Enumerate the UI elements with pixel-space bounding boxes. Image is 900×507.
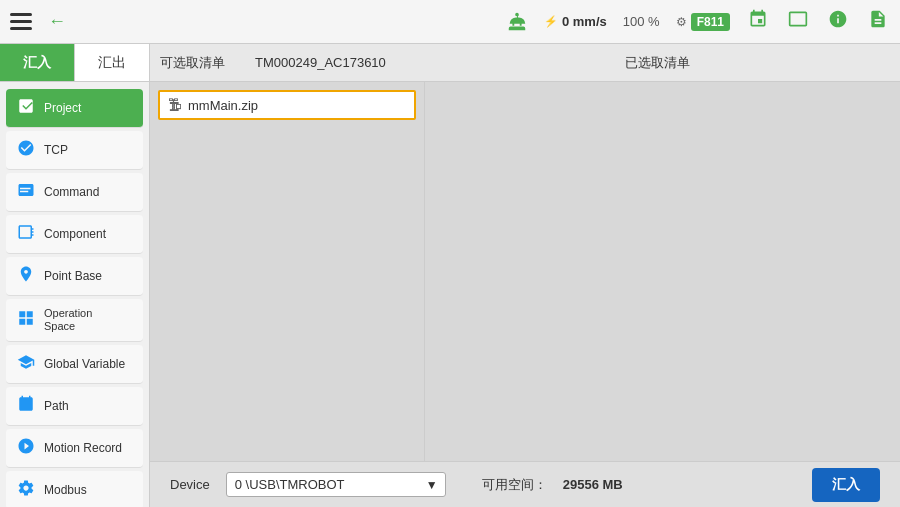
back-button[interactable]: ← (46, 9, 68, 34)
available-space-value: 29556 MB (563, 477, 623, 492)
tcp-label: TCP (44, 143, 68, 157)
badge-container: ⚙ F811 (676, 13, 730, 31)
device-id-label: TM000249_AC173610 (255, 55, 386, 70)
import-action-button[interactable]: 汇入 (812, 468, 880, 502)
modbus-label: Modbus (44, 483, 87, 497)
sidebar-item-tcp[interactable]: TCP (6, 131, 143, 170)
top-bar: ← ⚡ 0 mm/s 100 % ⚙ F811 (0, 0, 900, 44)
path-label: Path (44, 399, 69, 413)
import-export-row: 汇入 汇出 (0, 44, 149, 82)
sidebar-item-global-variable[interactable]: Global Variable (6, 345, 143, 384)
motion-record-label: Motion Record (44, 441, 122, 455)
robot-config-button[interactable] (746, 7, 770, 36)
speed-display: ⚡ 0 mm/s (544, 14, 607, 29)
point-base-label: Point Base (44, 269, 102, 283)
global-variable-icon (16, 353, 36, 375)
f811-badge: F811 (691, 13, 730, 31)
selected-list-label: 已选取清单 (625, 54, 690, 72)
tcp-icon (16, 139, 36, 161)
panel-headers: 可选取清单 TM000249_AC173610 已选取清单 (150, 44, 900, 82)
available-list-label: 可选取清单 (160, 54, 225, 72)
main-layout: 汇入 汇出 Project TCP (0, 44, 900, 507)
device-label: Device (170, 477, 210, 492)
selected-list-panel (425, 82, 900, 461)
percent-display: 100 % (623, 14, 660, 29)
percent-value: 100 % (623, 14, 660, 29)
component-label: Component (44, 227, 106, 241)
sidebar-item-path[interactable]: Path (6, 387, 143, 426)
sidebar-item-command[interactable]: Command (6, 173, 143, 212)
monitor-button[interactable] (786, 7, 810, 36)
command-icon (16, 181, 36, 203)
project-icon (16, 97, 36, 119)
file-item-mmMain[interactable]: 🗜 mmMain.zip (158, 90, 416, 120)
file-name: mmMain.zip (188, 98, 258, 113)
command-label: Command (44, 185, 99, 199)
bottom-bar: Device 0 \USB\TMROBOT ▼ 可用空间： 29556 MB 汇… (150, 461, 900, 507)
sidebar: 汇入 汇出 Project TCP (0, 44, 150, 507)
path-icon (16, 395, 36, 417)
sidebar-item-point-base[interactable]: Point Base (6, 257, 143, 296)
global-variable-label: Global Variable (44, 357, 125, 371)
hamburger-menu[interactable] (10, 13, 32, 30)
document-button[interactable] (866, 7, 890, 36)
info-button[interactable] (826, 7, 850, 36)
component-icon (16, 223, 36, 245)
point-base-icon (16, 265, 36, 287)
import-tab-button[interactable]: 汇入 (0, 44, 74, 81)
speed-icon: ⚡ (544, 15, 558, 28)
sidebar-item-motion-record[interactable]: Motion Record (6, 429, 143, 468)
available-space-label: 可用空间： (482, 476, 547, 494)
device-select[interactable]: 0 \USB\TMROBOT (226, 472, 446, 497)
sidebar-item-modbus[interactable]: Modbus (6, 471, 143, 507)
operation-space-label: OperationSpace (44, 307, 92, 333)
sidebar-item-project[interactable]: Project (6, 89, 143, 128)
sidebar-item-operation-space[interactable]: OperationSpace (6, 299, 143, 342)
project-label: Project (44, 101, 81, 115)
sidebar-item-component[interactable]: Component (6, 215, 143, 254)
modbus-icon (16, 479, 36, 501)
nav-list: Project TCP Command (0, 82, 149, 507)
panels-row: 🗜 mmMain.zip (150, 82, 900, 461)
device-select-wrapper: 0 \USB\TMROBOT ▼ (226, 472, 446, 497)
robot-status-icon (506, 11, 528, 33)
speed-value: 0 mm/s (562, 14, 607, 29)
export-tab-button[interactable]: 汇出 (74, 44, 149, 81)
motion-record-icon (16, 437, 36, 459)
content-area: 可选取清单 TM000249_AC173610 已选取清单 🗜 mmMain.z… (150, 44, 900, 507)
zip-file-icon: 🗜 (168, 97, 182, 113)
top-bar-right: ⚡ 0 mm/s 100 % ⚙ F811 (506, 7, 890, 36)
operation-space-icon (16, 309, 36, 331)
available-list-panel: 🗜 mmMain.zip (150, 82, 425, 461)
